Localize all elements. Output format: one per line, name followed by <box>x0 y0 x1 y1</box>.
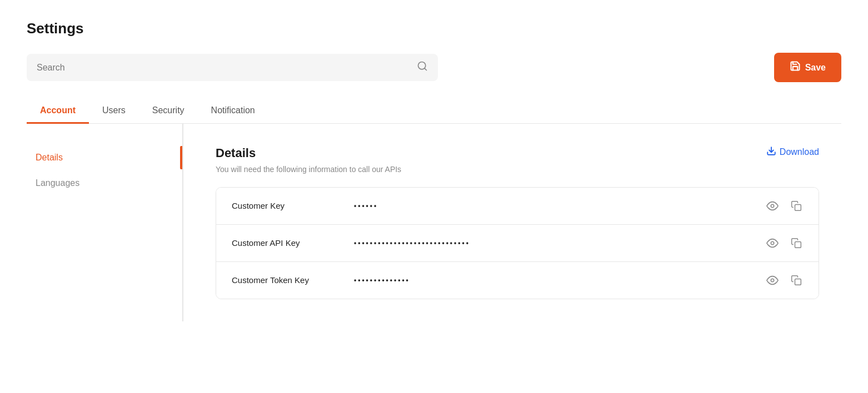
customer-token-key-copy-button[interactable] <box>790 274 803 287</box>
customer-api-key-actions <box>765 236 803 250</box>
save-icon <box>790 61 801 74</box>
customer-token-key-actions <box>765 273 803 288</box>
svg-rect-6 <box>795 241 801 248</box>
details-subtitle: You will need the following information … <box>216 165 819 174</box>
sidebar-item-languages[interactable]: Languages <box>27 172 171 195</box>
search-box <box>27 54 438 81</box>
tabs-bar: Account Users Security Notification <box>27 98 841 124</box>
details-title: Details <box>216 146 256 160</box>
svg-rect-4 <box>795 204 801 210</box>
customer-token-key-label: Customer Token Key <box>232 275 354 285</box>
customer-key-actions <box>765 199 803 213</box>
download-icon <box>766 146 776 159</box>
download-button[interactable]: Download <box>766 146 819 159</box>
svg-point-7 <box>771 279 774 282</box>
sidebar: Details Languages <box>27 124 182 321</box>
tab-security[interactable]: Security <box>139 98 198 124</box>
table-row: Customer Key •••••• <box>216 188 819 225</box>
details-title-wrap: Details <box>216 146 256 160</box>
customer-key-reveal-button[interactable] <box>765 199 780 213</box>
tab-account[interactable]: Account <box>27 98 89 124</box>
customer-key-dots: •••••• <box>354 202 765 210</box>
table-row: Customer API Key •••••••••••••••••••••••… <box>216 225 819 262</box>
sidebar-divider <box>182 124 183 321</box>
tab-notification[interactable]: Notification <box>198 98 268 124</box>
svg-point-3 <box>771 204 774 208</box>
svg-rect-8 <box>795 279 801 285</box>
search-input[interactable] <box>37 63 411 73</box>
customer-api-key-reveal-button[interactable] <box>765 236 780 250</box>
svg-point-5 <box>771 241 774 245</box>
page-title: Settings <box>27 20 841 37</box>
customer-token-key-reveal-button[interactable] <box>765 273 780 288</box>
customer-key-copy-button[interactable] <box>790 199 803 213</box>
tab-users[interactable]: Users <box>89 98 139 124</box>
svg-line-1 <box>425 68 427 70</box>
table-row: Customer Token Key •••••••••••••• <box>216 262 819 299</box>
customer-token-key-dots: •••••••••••••• <box>354 276 765 284</box>
search-row: Save <box>27 53 841 82</box>
details-header: Details Download <box>216 146 819 160</box>
main-content: Details Download You will need the follo… <box>182 124 841 321</box>
download-button-label: Download <box>780 147 819 157</box>
customer-api-key-label: Customer API Key <box>232 238 354 248</box>
customer-key-label: Customer Key <box>232 201 354 210</box>
customer-api-key-copy-button[interactable] <box>790 236 803 250</box>
search-icon <box>417 61 428 74</box>
save-button-label: Save <box>805 63 826 73</box>
keys-table: Customer Key •••••• <box>216 187 819 299</box>
customer-api-key-dots: ••••••••••••••••••••••••••••• <box>354 239 765 247</box>
save-button[interactable]: Save <box>774 53 841 82</box>
sidebar-item-details[interactable]: Details <box>27 146 171 169</box>
content-area: Details Languages Details <box>27 124 841 321</box>
